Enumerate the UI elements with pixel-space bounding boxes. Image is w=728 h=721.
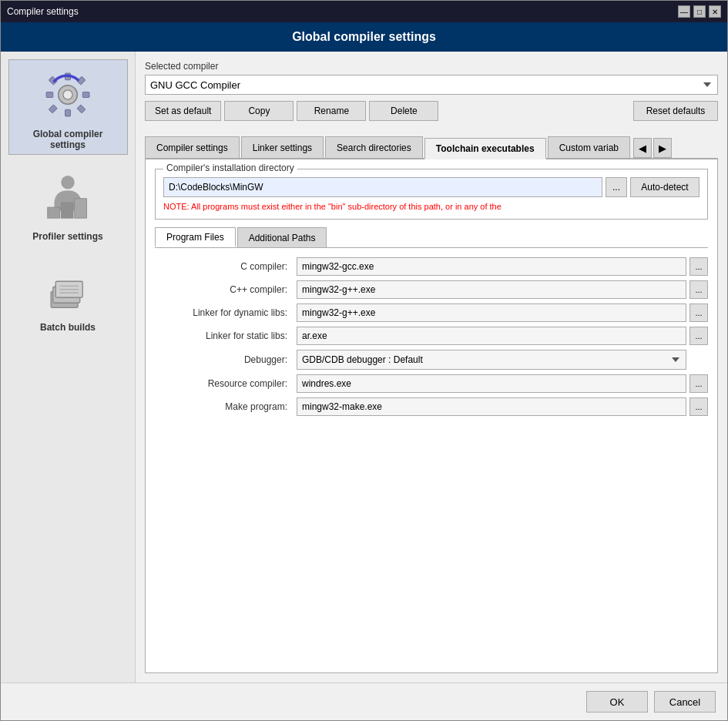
linker-static-label: Linker for static libs:	[155, 330, 294, 341]
resource-compiler-browse-button[interactable]: ...	[689, 374, 708, 393]
resource-compiler-label: Resource compiler:	[155, 378, 294, 389]
footer: OK Cancel	[1, 682, 727, 720]
svg-point-1	[63, 90, 72, 99]
header-bar: Global compiler settings	[1, 22, 727, 52]
program-files-form: C compiler: ... C++ compiler: ... Linker…	[155, 257, 708, 416]
profiler-icon	[37, 166, 99, 228]
tab-search-directories[interactable]: Search directories	[325, 136, 423, 158]
global-compiler-icon	[37, 64, 99, 126]
install-dir-input[interactable]	[163, 177, 602, 197]
minimize-button[interactable]: —	[678, 5, 690, 18]
content-area: Global compilersettings Profiler settin	[1, 52, 727, 682]
window-title: Compiler settings	[7, 6, 79, 17]
auto-detect-button[interactable]: Auto-detect	[630, 177, 699, 197]
resource-compiler-input[interactable]	[297, 374, 686, 393]
sidebar-item-label-profiler: Profiler settings	[32, 231, 102, 242]
main-window: Compiler settings — □ ✕ Global compiler …	[0, 0, 728, 721]
linker-dynamic-input[interactable]	[297, 303, 686, 322]
cancel-button[interactable]: Cancel	[654, 691, 716, 713]
main-panel: Selected compiler GNU GCC Compiler Set a…	[136, 52, 727, 682]
install-dir-browse-button[interactable]: ...	[606, 177, 627, 197]
sidebar: Global compilersettings Profiler settin	[1, 52, 136, 682]
reset-defaults-button[interactable]: Reset defaults	[633, 101, 718, 121]
linker-static-browse-button[interactable]: ...	[689, 327, 708, 345]
cpp-compiler-browse-button[interactable]: ...	[689, 280, 708, 299]
set-as-default-button[interactable]: Set as default	[145, 101, 221, 121]
make-program-input[interactable]	[297, 397, 686, 416]
rename-button[interactable]: Rename	[297, 101, 366, 121]
inner-tab-program-files[interactable]: Program Files	[155, 227, 236, 247]
svg-point-10	[61, 176, 75, 189]
cpp-compiler-input[interactable]	[297, 280, 686, 299]
debugger-select[interactable]: GDB/CDB debugger : Default	[297, 350, 686, 370]
make-program-label: Make program:	[155, 401, 294, 412]
tab-linker-settings[interactable]: Linker settings	[241, 136, 324, 158]
sidebar-item-profiler-settings[interactable]: Profiler settings	[8, 163, 128, 246]
tab-compiler-settings[interactable]: Compiler settings	[145, 136, 240, 158]
sidebar-item-global-compiler-settings[interactable]: Global compilersettings	[8, 59, 128, 155]
maximize-button[interactable]: □	[693, 5, 706, 18]
title-bar: Compiler settings — □ ✕	[1, 1, 727, 22]
compiler-section-label: Selected compiler	[145, 61, 718, 72]
ok-button[interactable]: OK	[586, 691, 648, 713]
svg-rect-7	[49, 105, 57, 113]
note-text: NOTE: All programs must exist either in …	[163, 202, 699, 211]
debugger-label: Debugger:	[155, 354, 294, 365]
svg-rect-13	[75, 199, 87, 218]
c-compiler-label: C compiler:	[155, 261, 294, 272]
close-button[interactable]: ✕	[709, 5, 721, 18]
c-compiler-input[interactable]	[297, 257, 686, 276]
main-tabs-container: Compiler settings Linker settings Search…	[145, 136, 718, 673]
title-bar-controls: — □ ✕	[678, 5, 721, 18]
copy-button[interactable]: Copy	[224, 101, 294, 121]
toolbar-row: Set as default Copy Rename Delete Reset …	[145, 101, 718, 121]
sidebar-item-label-batch: Batch builds	[40, 322, 96, 333]
svg-rect-5	[82, 92, 89, 98]
svg-rect-8	[77, 105, 86, 113]
installation-dir-group: Compiler's installation directory ... Au…	[155, 169, 708, 220]
installation-dir-group-title: Compiler's installation directory	[163, 163, 297, 173]
batch-builds-icon	[37, 257, 99, 319]
toolchain-tab-content: Compiler's installation directory ... Au…	[145, 159, 718, 673]
delete-button[interactable]: Delete	[369, 101, 438, 121]
svg-rect-11	[48, 207, 60, 218]
linker-static-input[interactable]	[297, 327, 686, 345]
make-program-browse-button[interactable]: ...	[689, 397, 708, 416]
sidebar-item-label-global: Global compilersettings	[33, 129, 103, 150]
tab-next-button[interactable]: ▶	[653, 138, 672, 158]
inner-tab-bar: Program Files Additional Paths	[155, 227, 708, 248]
compiler-selector-section: Selected compiler GNU GCC Compiler Set a…	[145, 61, 718, 129]
linker-dynamic-label: Linker for dynamic libs:	[155, 307, 294, 318]
tab-custom-variables[interactable]: Custom variab	[548, 136, 630, 158]
svg-rect-4	[46, 92, 53, 98]
sidebar-item-batch-builds[interactable]: Batch builds	[8, 253, 128, 337]
linker-dynamic-browse-button[interactable]: ...	[689, 303, 708, 322]
cpp-compiler-label: C++ compiler:	[155, 284, 294, 295]
compiler-dropdown[interactable]: GNU GCC Compiler	[145, 75, 718, 95]
c-compiler-browse-button[interactable]: ...	[689, 257, 708, 276]
svg-rect-12	[61, 203, 73, 218]
header-title: Global compiler settings	[292, 30, 436, 43]
inner-tab-additional-paths[interactable]: Additional Paths	[237, 227, 327, 247]
install-dir-row: ... Auto-detect	[163, 177, 699, 197]
tab-prev-button[interactable]: ◀	[633, 138, 652, 158]
tab-toolchain-executables[interactable]: Toolchain executables	[424, 138, 546, 159]
main-tab-bar: Compiler settings Linker settings Search…	[145, 136, 718, 159]
compiler-dropdown-row: GNU GCC Compiler	[145, 75, 718, 95]
svg-rect-3	[65, 109, 71, 116]
